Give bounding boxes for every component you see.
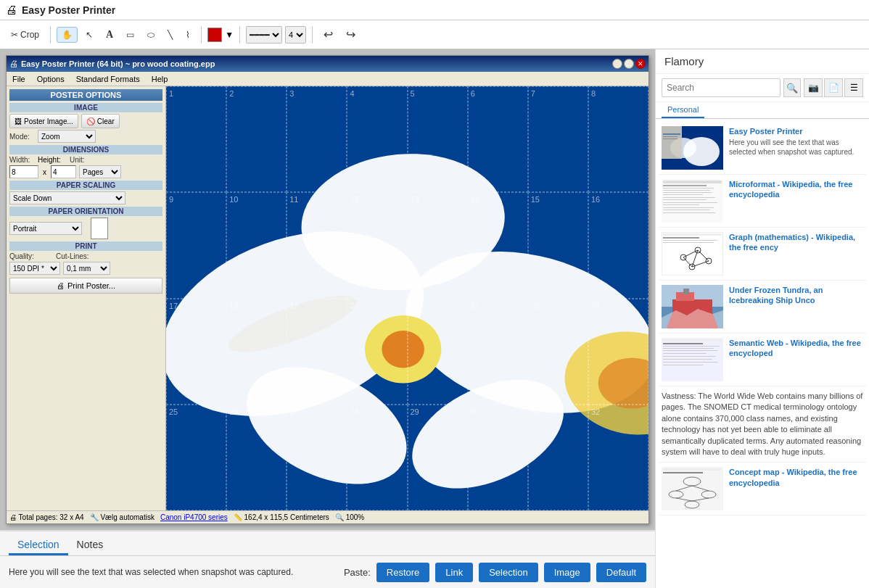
default-button[interactable]: Default — [596, 563, 646, 582]
status-printer-link[interactable]: Canon iP4700 series — [160, 513, 228, 521]
ellipse-tool-button[interactable]: ⬭ — [142, 27, 160, 43]
close-button[interactable]: ✕ — [635, 59, 646, 69]
svg-rect-60 — [663, 356, 716, 357]
poster-image-button[interactable]: 🖼 Poster Image... — [9, 114, 78, 128]
redo-button[interactable]: ↪ — [341, 25, 361, 44]
maximize-button[interactable]: □ — [624, 59, 634, 69]
svg-rect-29 — [663, 207, 714, 208]
minimize-button[interactable]: _ — [612, 59, 622, 69]
menu-file[interactable]: File — [9, 74, 28, 84]
line-tool-button[interactable]: ╲ — [162, 27, 178, 43]
hand-tool-button[interactable]: ✋ — [57, 27, 78, 43]
selection-button[interactable]: Selection — [479, 563, 538, 582]
menu-standard-formats[interactable]: Standard Formats — [73, 74, 143, 84]
crop-button[interactable]: ✂ Crop — [6, 27, 44, 43]
tab-selection[interactable]: Selection — [9, 536, 68, 555]
grid-cell-16: 16 — [588, 192, 648, 298]
svg-rect-25 — [663, 197, 715, 198]
tab-personal[interactable]: Personal — [662, 102, 704, 118]
separator4 — [312, 26, 313, 44]
quality-cutlines-labels: Quality: Cut-Lines: — [9, 252, 162, 260]
height-label: Height: — [38, 156, 67, 164]
tab-notes[interactable]: Notes — [68, 536, 112, 555]
line-style-select[interactable]: ━━━━ - - - · · · — [246, 26, 282, 44]
app-title: Easy Poster Printer — [22, 4, 115, 16]
grid-cell-11: 11 — [287, 192, 347, 298]
snapshot-item-epp[interactable]: Easy Poster Printer Here you will see th… — [659, 122, 866, 175]
grid-cell-17: 17 — [166, 299, 226, 405]
canvas-area: 🖨 Easy Poster Printer (64 bit) ~ pro woo… — [0, 49, 655, 588]
status-pages: 🖨 Total pages: 32 x A4 — [9, 513, 84, 521]
snapshot-item-vastness[interactable]: Vastness: The World Wide Web contains ma… — [659, 386, 866, 463]
print-section-header: PRINT — [9, 241, 162, 251]
text-icon: A — [106, 29, 113, 41]
camera-icon-button[interactable]: 📷 — [804, 78, 823, 97]
rect-tool-button[interactable]: ▭ — [121, 27, 139, 43]
restore-button[interactable]: Restore — [376, 563, 430, 582]
image-button[interactable]: Image — [544, 563, 590, 582]
quality-select[interactable]: 150 DPI * 300 DPI 72 DPI — [9, 262, 60, 275]
snapshot-thumb-concept — [662, 467, 723, 510]
snapshot-item-frozen[interactable]: Under Frozen Tundra, an Icebreaking Ship… — [659, 281, 866, 334]
grid-cell-1: 1 — [166, 86, 226, 192]
snapshot-title-frozen: Under Frozen Tundra, an Icebreaking Ship… — [729, 285, 863, 306]
svg-rect-33 — [663, 233, 722, 236]
svg-rect-22 — [663, 190, 710, 191]
status-auto: 🔧 Vælg automatisk — [90, 513, 155, 521]
svg-rect-31 — [663, 212, 715, 213]
scaling-select[interactable]: Scale Down Scale Up No Scaling — [9, 191, 125, 204]
cut-lines-select[interactable]: 0,1 mm 0,5 mm 1 mm — [63, 262, 110, 275]
inner-menu-bar: File Options Standard Formats Help — [7, 72, 648, 86]
snapshot-item-concept[interactable]: Concept map - Wikipedia, the free encycl… — [659, 463, 866, 515]
color-picker[interactable] — [207, 28, 222, 42]
menu-help[interactable]: Help — [149, 74, 171, 84]
title-bar: 🖨 Easy Poster Printer — [0, 0, 869, 20]
print-poster-button[interactable]: 🖨 Print Poster... — [9, 278, 162, 294]
status-dimensions: 📏 162,4 x 115,5 Centimeters — [234, 513, 329, 521]
width-input[interactable] — [9, 165, 38, 178]
page-icon-button[interactable]: 📄 — [824, 78, 843, 97]
snapshots-list: Easy Poster Printer Here you will see th… — [656, 119, 869, 588]
menu-options[interactable]: Options — [34, 74, 67, 84]
snapshot-item-graph[interactable]: Graph (mathematics) - Wikipedia, the fre… — [659, 228, 866, 281]
vastness-text: Vastness: The World Wide Web contains ma… — [662, 392, 862, 456]
color-dropdown-icon[interactable]: ▼ — [225, 30, 234, 40]
snapshot-info-semantic: Semantic Web - Wikipedia, the free encyc… — [729, 338, 863, 381]
line-width-select[interactable]: 4 1 2 3 — [285, 26, 306, 44]
mode-select[interactable]: Zoom Stretch Tile — [38, 130, 96, 143]
link-button[interactable]: Link — [435, 563, 473, 582]
svg-rect-34 — [663, 237, 699, 239]
snapshot-item-micro[interactable]: Microformat - Wikipedia, the free encycl… — [659, 175, 866, 228]
freehand-tool-button[interactable]: ⌇ — [181, 27, 195, 43]
snapshot-info-concept: Concept map - Wikipedia, the free encycl… — [729, 467, 863, 510]
search-button[interactable]: 🔍 — [783, 78, 801, 97]
grid-cell-27: 27 — [287, 405, 347, 510]
clear-button[interactable]: 🚫 Clear — [81, 114, 120, 128]
snapshot-item-semantic[interactable]: Semantic Web - Wikipedia, the free encyc… — [659, 334, 866, 386]
poster-options-panel: POSTER OPTIONS IMAGE 🖼 Poster Image... 🚫… — [7, 86, 166, 510]
image-section-header: IMAGE — [9, 103, 162, 112]
arrow-tool-button[interactable]: ↖ — [81, 27, 98, 43]
grid-cell-6: 6 — [468, 86, 528, 192]
grid-cell-24: 24 — [588, 299, 648, 405]
undo-button[interactable]: ↩ — [318, 25, 338, 44]
list-icon-button[interactable]: ☰ — [844, 78, 863, 97]
snapshot-thumb-epp — [662, 126, 723, 170]
flamory-panel: Flamory 🔍 📷 📄 ☰ Personal — [655, 49, 869, 588]
snapshot-thumb-graph — [662, 232, 723, 276]
text-tool-button[interactable]: A — [101, 26, 118, 44]
mode-label: Mode: — [9, 133, 35, 141]
rect-icon: ▭ — [126, 30, 134, 40]
bottom-content: Here you will see the text that was sele… — [0, 556, 655, 588]
paper-orientation-section-header: PAPER ORIENTATION — [9, 207, 162, 216]
grid-cell-26: 26 — [226, 405, 287, 510]
height-input[interactable] — [51, 165, 76, 178]
grid-cell-7: 7 — [528, 86, 588, 192]
inner-window: 🖨 Easy Poster Printer (64 bit) ~ pro woo… — [6, 55, 649, 524]
svg-rect-54 — [663, 339, 722, 341]
status-bar: 🖨 Total pages: 32 x A4 🔧 Vælg automatisk… — [7, 510, 648, 523]
snapshot-title-epp: Easy Poster Printer — [729, 126, 863, 136]
search-input[interactable] — [662, 78, 781, 97]
orientation-select[interactable]: Portrait Landscape — [9, 222, 82, 235]
unit-select[interactable]: Pages Inches cm — [79, 165, 121, 178]
